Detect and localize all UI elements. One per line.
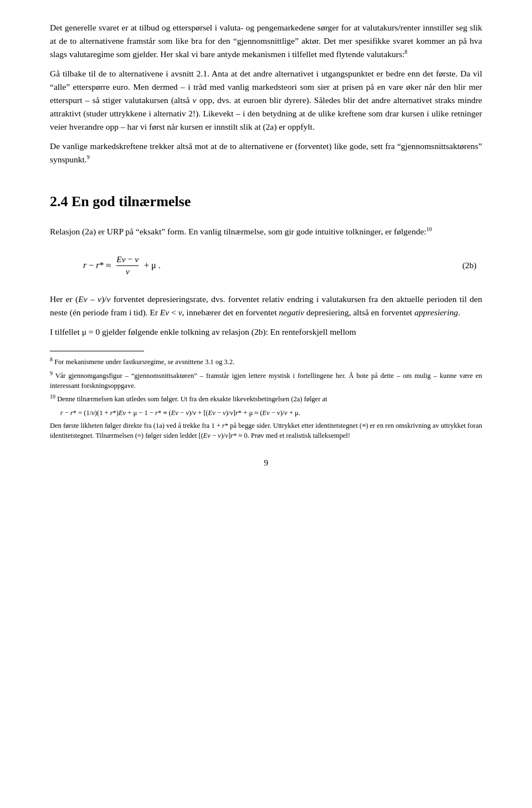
formula-plus-mu: + μ .: [144, 259, 161, 273]
footnote-8: 8 For mekanismene under fastkursregime, …: [50, 357, 482, 367]
page-number: 9: [50, 456, 482, 469]
paragraph-4: Relasjon (2a) er URP på “eksakt” form. E…: [50, 225, 482, 238]
formula-expression: r − r* ≈ Ev − v v + μ .: [83, 254, 161, 277]
footnote-ref-8: 8: [405, 49, 407, 55]
footnote-ref-10: 10: [426, 226, 432, 232]
formula-2b: r − r* ≈ Ev − v v + μ . (2b): [50, 254, 482, 277]
formula-label: (2b): [462, 259, 477, 272]
paragraph-3: De vanlige markedskreftene trekker altså…: [50, 140, 482, 166]
footnote-10-math: r − r* = (1/v)(1 + r*)Ev + μ − 1 − r* ≡ …: [60, 408, 482, 418]
fraction-numerator: Ev − v: [116, 254, 139, 266]
formula-rr-star: r − r* ≈: [83, 259, 111, 273]
footnote-ref-9: 9: [87, 154, 90, 160]
footnote-10-intro: 10 Denne tilnærmelsen kan utledes som fø…: [50, 394, 482, 404]
paragraph-2: Gå tilbake til de to alternativene i avs…: [50, 67, 482, 134]
fraction-ev-v: Ev − v v: [116, 254, 139, 277]
footnote-num-8: 8: [50, 356, 53, 362]
footnote-num-9: 9: [50, 370, 53, 376]
fraction-denominator: v: [126, 266, 130, 277]
footnote-num-10: 10: [50, 393, 55, 400]
page-content: Det generelle svaret er at tilbud og ett…: [50, 21, 482, 469]
paragraph-6: I tilfellet μ = 0 gjelder følgende enkle…: [50, 325, 482, 339]
paragraph-1: Det generelle svaret er at tilbud og ett…: [50, 21, 482, 61]
footnote-9: 9 Vår gjennomgangsfigur – “gjennomsnitts…: [50, 371, 482, 391]
section-heading-2-4: 2.4 En god tilnærmelse: [50, 191, 482, 213]
paragraph-5: Her er (Ev – v)/v forventet depresiering…: [50, 293, 482, 319]
footnote-10-last: Den første likheten følger direkte fra (…: [50, 421, 482, 441]
footnote-divider: [50, 351, 144, 351]
